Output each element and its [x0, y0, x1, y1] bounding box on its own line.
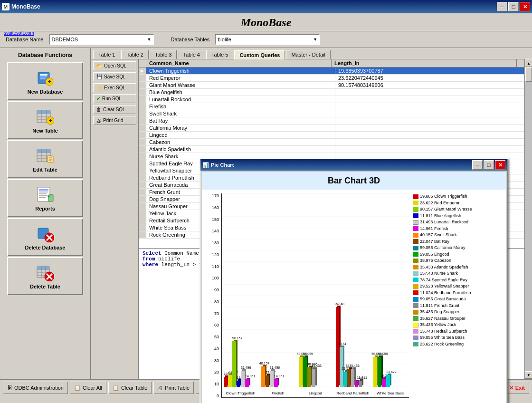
maximize-button[interactable]: □	[508, 2, 519, 11]
clear-table-button[interactable]: 📋 Clear Table	[108, 382, 152, 394]
new-table-label: New Table	[32, 128, 58, 134]
table-row[interactable]: Atlantic Spadefish	[139, 146, 524, 153]
svg-rect-34	[49, 194, 53, 195]
tab-custom-queries[interactable]: Custom Queries	[234, 50, 285, 59]
chart-legend: 19.685 Clown Triggerfish 23.622 Red Empe…	[409, 193, 504, 398]
chart-title-bar: 📊 Pie Chart ─ □ ✕	[200, 159, 507, 171]
open-sql-icon: 📂	[96, 63, 102, 68]
clear-sql-button[interactable]: 🗑 Clear SQL	[93, 105, 136, 114]
tab-table5[interactable]: Table 5	[206, 50, 233, 59]
sidebar: Database Functions New Database	[0, 48, 91, 379]
exec-sql-label: Exec SQL	[104, 85, 125, 90]
save-sql-icon: 💾	[96, 74, 102, 79]
chart-maximize-button[interactable]: □	[484, 160, 494, 170]
vertical-scrollbar[interactable]: ▲ ▼	[524, 59, 532, 379]
db-name-label: Database Name	[6, 37, 44, 42]
scroll-up-button[interactable]: ▲	[525, 59, 532, 67]
svg-rect-30	[39, 193, 47, 194]
print-table-label: Print Table	[165, 385, 190, 391]
delete-database-button[interactable]: Delete Database	[7, 218, 83, 256]
clear-all-button[interactable]: 📋 Clear All	[70, 382, 106, 394]
tab-table2[interactable]: Table 2	[121, 50, 148, 59]
db-tables-arrow[interactable]: ▼	[313, 37, 317, 42]
exec-sql-icon: ⚡	[96, 85, 102, 90]
db-name-arrow[interactable]: ▼	[147, 37, 152, 42]
col-length-in: Length_In	[332, 59, 517, 67]
table-row[interactable]: ▶ Clown Triggerfish 19.6850393700787	[139, 67, 524, 75]
tab-table3[interactable]: Table 3	[150, 50, 177, 59]
print-table-button[interactable]: 🖨 Print Table	[153, 382, 194, 394]
chart-title: Bar Chart 3D	[202, 172, 506, 190]
scroll-down-button[interactable]: ▼	[525, 371, 532, 379]
exit-label: Exit	[515, 385, 525, 391]
delete-table-label: Delete Table	[30, 284, 60, 289]
svg-rect-17	[37, 149, 50, 153]
open-sql-label: Open SQL	[104, 63, 126, 68]
exit-button[interactable]: ✕ Exit	[505, 382, 529, 394]
edit-table-label: Edit Table	[33, 167, 57, 173]
tab-table1[interactable]: Table 1	[93, 50, 120, 59]
new-database-button[interactable]: New Database	[7, 62, 83, 100]
table-row[interactable]: Bat Ray	[139, 117, 524, 125]
chart-close-button[interactable]: ✕	[495, 160, 505, 170]
edit-table-button[interactable]: Edit Table	[7, 140, 83, 178]
run-sql-button[interactable]: ✔ Run SQL	[93, 94, 136, 103]
save-sql-label: Save SQL	[104, 74, 126, 79]
table-row[interactable]: Firefish	[139, 103, 524, 110]
delete-database-label: Delete Database	[25, 245, 66, 250]
clear-sql-label: Clear SQL	[103, 107, 125, 112]
title-bar: M MonoBase ─ □ ✕	[0, 0, 532, 13]
open-sql-button[interactable]: 📂 Open SQL	[93, 61, 136, 70]
reports-icon	[36, 185, 55, 204]
run-sql-label: Run SQL	[102, 96, 122, 101]
db-tables-label: Database Tables	[171, 37, 210, 42]
table-row[interactable]: California Moray	[139, 125, 524, 132]
close-button[interactable]: ✕	[520, 2, 530, 11]
svg-rect-1	[40, 74, 48, 76]
clear-table-icon: 📋	[113, 385, 119, 391]
run-sql-icon: ✔	[96, 96, 100, 101]
exit-icon: ✕	[509, 385, 513, 391]
db-tables-combo[interactable]: biolife ▼	[215, 34, 320, 45]
table-row[interactable]: Cabezon	[139, 139, 524, 146]
svg-rect-31	[39, 195, 48, 196]
new-database-label: New Database	[28, 89, 63, 95]
scroll-track[interactable]	[525, 67, 532, 371]
delete-table-icon	[36, 263, 55, 282]
table-row[interactable]: Blue Angelfish	[139, 89, 524, 96]
new-table-button[interactable]: New Table	[7, 101, 83, 139]
svg-rect-2	[40, 77, 48, 77]
scroll-thumb[interactable]	[525, 67, 532, 82]
print-grid-button[interactable]: 🖨 Print Grid	[93, 116, 136, 125]
clear-sql-icon: 🗑	[96, 107, 101, 112]
table-row[interactable]: Lunartail Rockcod	[139, 96, 524, 103]
table-row[interactable]: Swell Shark	[139, 110, 524, 117]
db-name-combo[interactable]: DBDEMOS ▼	[49, 34, 154, 45]
svg-rect-6	[49, 80, 50, 83]
tab-table4[interactable]: Table 4	[178, 50, 205, 59]
edit-table-icon	[36, 146, 55, 165]
svg-rect-29	[39, 192, 48, 192]
clear-table-label: Clear Table	[121, 385, 147, 391]
exec-sql-button[interactable]: ⚡ Exec SQL	[93, 83, 136, 92]
reports-button[interactable]: Reports	[7, 179, 83, 217]
svg-rect-8	[37, 110, 50, 114]
chart-window: 📊 Pie Chart ─ □ ✕ Bar Chart 3D 170 160 1…	[200, 158, 508, 403]
print-table-icon: 🖨	[158, 385, 163, 391]
website-link[interactable]: ssuitesoft.com	[4, 30, 34, 36]
minimize-button[interactable]: ─	[497, 2, 507, 11]
table-row[interactable]: Lingcod	[139, 132, 524, 139]
odbc-label: ODBC Administration	[14, 385, 64, 391]
tab-master-detail[interactable]: Master - Detail	[286, 50, 331, 59]
sidebar-title: Database Functions	[18, 52, 72, 58]
delete-table-button[interactable]: Delete Table	[7, 257, 83, 295]
table-row[interactable]: Giant Maori Wrasse 90.1574803149606	[139, 82, 524, 89]
svg-rect-28	[39, 189, 48, 191]
new-database-icon	[36, 68, 55, 87]
save-sql-button[interactable]: 💾 Save SQL	[93, 72, 136, 81]
title-bar-text: MonoBase	[11, 3, 40, 10]
table-row[interactable]: Red Emperor 23.6220472440945	[139, 75, 524, 82]
svg-rect-32	[39, 197, 46, 198]
chart-minimize-button[interactable]: ─	[472, 160, 483, 170]
odbc-administration-button[interactable]: 🗄 ODBC Administration	[3, 382, 68, 394]
